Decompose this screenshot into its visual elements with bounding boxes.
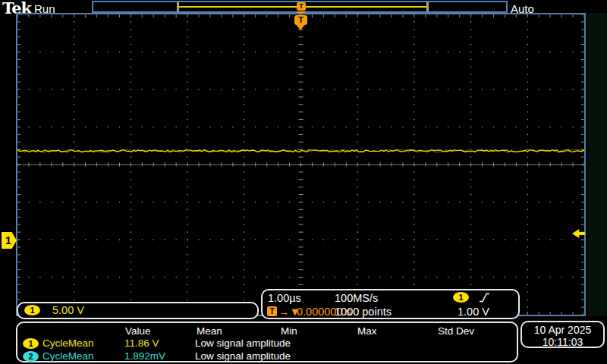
col-header-stddev: Std Dev	[438, 325, 474, 337]
meas-value: 11.86 V	[124, 337, 159, 349]
record-trigger-marker: T	[297, 2, 306, 11]
meas-value: 1.892mV	[124, 350, 165, 362]
time-scale: 1.00µs	[268, 292, 301, 304]
col-header-mean: Mean	[197, 325, 222, 337]
time-label: 10:11:03	[522, 336, 603, 348]
meas-name: CycleMean	[42, 350, 94, 362]
sample-rate: 100MS/s	[335, 292, 378, 304]
ch2-badge: 2	[23, 351, 39, 362]
graticule-grid	[17, 14, 584, 315]
oscilloscope-screen: Tek Run T Auto T 1 1 5.00 V 1.00µs 100MS…	[0, 0, 607, 364]
trigger-slope-rising-icon	[479, 293, 490, 303]
date-label: 10 Apr 2025	[522, 324, 603, 336]
channel1-ground-marker[interactable]: 1	[2, 232, 17, 249]
record-length: 1000 points	[335, 306, 392, 318]
col-header-min: Min	[281, 325, 297, 337]
right-margin	[587, 13, 607, 316]
horizontal-trigger-readout[interactable]: 1.00µs 100MS/s 1 T →▼ 0.000000 s 1000 po…	[261, 289, 520, 319]
graticule	[16, 13, 586, 316]
datetime-readout: 10 Apr 2025 10:11:03	[521, 321, 605, 348]
channel1-readout[interactable]: 1 5.00 V	[17, 302, 259, 319]
col-header-max: Max	[357, 325, 377, 337]
measurement-table[interactable]: Value Mean Min Max Std Dev 1 CycleMean 1…	[16, 322, 518, 362]
col-header-value: Value	[125, 325, 151, 337]
trigger-symbol-badge: T	[267, 306, 277, 316]
trigger-position-pointer-icon	[296, 24, 305, 30]
meas-mean: Low signal amplitude	[195, 337, 291, 349]
channel1-scale: 5.00 V	[52, 304, 84, 316]
ch1-badge: 1	[23, 338, 39, 349]
meas-mean: Low signal amplitude	[195, 350, 291, 362]
trigger-source-badge: 1	[453, 292, 469, 303]
record-window-right-bracket	[426, 2, 429, 11]
trigger-level: 1.00 V	[458, 306, 489, 318]
channel1-badge: 1	[24, 305, 40, 315]
meas-name: CycleMean	[42, 337, 94, 349]
